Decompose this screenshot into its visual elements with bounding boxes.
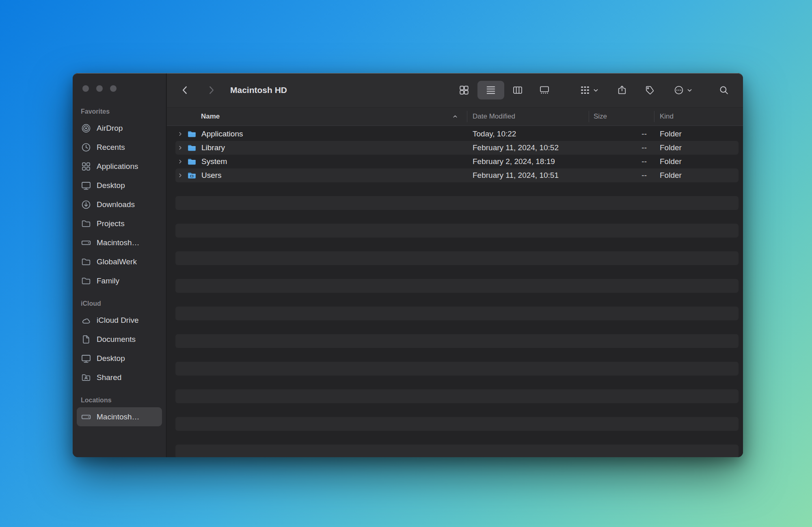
- more-options-button[interactable]: [674, 85, 693, 95]
- sidebar-item-airdrop[interactable]: AirDrop: [77, 119, 162, 138]
- shared-folder-icon: [81, 372, 91, 383]
- file-kind: Folder: [654, 143, 743, 152]
- disclosure-chevron-icon[interactable]: [177, 173, 183, 178]
- empty-row: [167, 251, 743, 265]
- sidebar-item-label: Documents: [97, 335, 136, 344]
- sidebar-item-label: AirDrop: [97, 124, 123, 133]
- folder-icon: [187, 143, 197, 153]
- empty-row: [167, 293, 743, 307]
- sidebar-item-documents[interactable]: Documents: [77, 330, 162, 349]
- sidebar-item-shared[interactable]: Shared: [77, 368, 162, 387]
- group-icon: [580, 85, 590, 95]
- close-button[interactable]: [82, 85, 89, 92]
- sidebar-item-recents[interactable]: Recents: [77, 138, 162, 157]
- empty-row: [167, 320, 743, 334]
- sidebar-item-label: Macintosh…: [97, 413, 140, 421]
- empty-row: [167, 196, 743, 210]
- tags-button[interactable]: [644, 85, 655, 95]
- folder-icon: [187, 157, 197, 167]
- forward-button[interactable]: [206, 85, 216, 95]
- app-grid-icon: [81, 161, 91, 172]
- empty-row: [167, 431, 743, 445]
- sidebar-item-label: Shared: [97, 373, 121, 382]
- sidebar-item-projects[interactable]: Projects: [77, 214, 162, 233]
- disclosure-chevron-icon[interactable]: [177, 159, 183, 164]
- sidebar-item-label: iCloud Drive: [97, 316, 138, 325]
- sidebar-item-label: Recents: [97, 143, 125, 152]
- file-name: System: [201, 157, 227, 166]
- sidebar-item-label: Projects: [97, 219, 125, 228]
- sidebar-item-applications[interactable]: Applications: [77, 157, 162, 176]
- nav-buttons: [180, 85, 216, 95]
- zoom-button[interactable]: [110, 85, 117, 92]
- tag-icon: [644, 85, 655, 95]
- finder-window: Favorites AirDrop Recents Applications: [73, 73, 743, 457]
- list-view-button[interactable]: [477, 81, 504, 99]
- sort-ascending-icon: [452, 114, 458, 119]
- column-headers: Name Date Modified Size Kind: [167, 107, 743, 126]
- file-kind: Folder: [654, 130, 743, 138]
- column-header-date-modified[interactable]: Date Modified: [467, 108, 589, 125]
- file-row-system[interactable]: System February 2, 2024, 18:19 -- Folder: [167, 155, 743, 168]
- file-date-modified: February 2, 2024, 18:19: [467, 157, 589, 166]
- folder-icon: [81, 218, 91, 229]
- main-area: Macintosh HD: [167, 73, 743, 457]
- sidebar-item-label: Desktop: [97, 354, 125, 363]
- chevron-left-icon: [180, 85, 190, 95]
- gallery-view-button[interactable]: [531, 81, 558, 99]
- sidebar-item-label: Family: [97, 276, 119, 285]
- column-header-size[interactable]: Size: [589, 108, 654, 125]
- gallery-view-icon: [539, 85, 550, 95]
- file-name: Library: [201, 143, 225, 152]
- sidebar-item-family[interactable]: Family: [77, 271, 162, 290]
- empty-row: [167, 417, 743, 431]
- name-cell: Library: [167, 143, 467, 153]
- section-label-favorites: Favorites: [77, 108, 162, 115]
- search-icon: [719, 85, 729, 95]
- download-circle-icon: [81, 199, 91, 210]
- disclosure-chevron-icon[interactable]: [177, 145, 183, 151]
- sidebar-item-macintosh-hd[interactable]: Macintosh…: [77, 233, 162, 252]
- search-button[interactable]: [719, 85, 729, 95]
- file-row-applications[interactable]: Applications Today, 10:22 -- Folder: [167, 127, 743, 141]
- disclosure-chevron-icon[interactable]: [177, 131, 183, 137]
- empty-row: [167, 334, 743, 348]
- column-view-button[interactable]: [504, 81, 531, 99]
- sidebar-item-label: Applications: [97, 162, 138, 171]
- name-cell: Applications: [167, 129, 467, 139]
- list-view-icon: [486, 85, 496, 95]
- file-date-modified: February 11, 2024, 10:52: [467, 143, 589, 152]
- empty-row: [167, 224, 743, 238]
- name-cell: System: [167, 157, 467, 167]
- monitor-icon: [81, 180, 91, 191]
- empty-row: [167, 265, 743, 279]
- sidebar-item-macintosh-hd-location[interactable]: Macintosh…: [77, 407, 162, 426]
- column-header-name[interactable]: Name: [167, 112, 467, 121]
- share-button[interactable]: [617, 85, 627, 95]
- empty-row: [167, 307, 743, 320]
- empty-row: [167, 376, 743, 389]
- hard-drive-icon: [81, 412, 91, 422]
- sidebar-item-desktop-icloud[interactable]: Desktop: [77, 349, 162, 368]
- monitor-icon: [81, 353, 91, 364]
- sidebar-item-globalwerk[interactable]: GlobalWerk: [77, 252, 162, 271]
- minimize-button[interactable]: [96, 85, 103, 92]
- icon-view-button[interactable]: [451, 81, 477, 99]
- empty-row: [167, 362, 743, 376]
- back-button[interactable]: [180, 85, 190, 95]
- sidebar-item-icloud-drive[interactable]: iCloud Drive: [77, 311, 162, 330]
- file-row-users[interactable]: Users February 11, 2024, 10:51 -- Folder: [167, 168, 743, 182]
- column-label: Name: [201, 112, 220, 121]
- name-cell: Users: [167, 171, 467, 181]
- empty-row: [167, 279, 743, 293]
- file-size: --: [589, 143, 654, 152]
- sidebar-item-label: Downloads: [97, 200, 135, 209]
- group-menu-button[interactable]: [580, 85, 599, 95]
- sidebar-sections: Favorites AirDrop Recents Applications: [73, 103, 166, 457]
- sidebar-item-downloads[interactable]: Downloads: [77, 195, 162, 214]
- window-title: Macintosh HD: [230, 85, 287, 95]
- file-row-library[interactable]: Library February 11, 2024, 10:52 -- Fold…: [167, 141, 743, 155]
- folder-icon: [81, 276, 91, 286]
- column-header-kind[interactable]: Kind: [654, 108, 743, 125]
- sidebar-item-desktop[interactable]: Desktop: [77, 176, 162, 195]
